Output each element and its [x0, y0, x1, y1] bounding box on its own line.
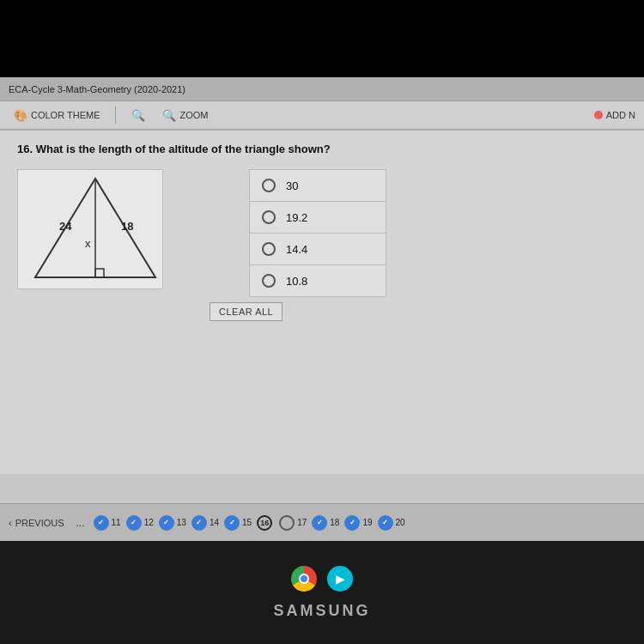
nav-num-11: 11 [112, 518, 121, 527]
toolbar-divider [115, 106, 116, 124]
zoom-label: ZOOM [179, 110, 208, 120]
nav-circle-20: ✓ [378, 515, 393, 531]
taskbar-icons: ▶ [291, 566, 353, 592]
answer-value-d: 10.8 [286, 275, 307, 288]
answer-choices: 30 19.2 14.4 10.8 [249, 169, 386, 297]
nav-num-15: 15 [242, 518, 252, 527]
nav-item-20[interactable]: ✓ 20 [378, 515, 405, 531]
answer-row-c[interactable]: 14.4 [249, 233, 386, 264]
radio-c[interactable] [262, 242, 276, 256]
add-label: ADD N [606, 110, 635, 120]
nav-num-12: 12 [144, 518, 154, 527]
ellipsis: ... [76, 517, 85, 529]
triangle-svg: 24 18 x [18, 170, 164, 290]
toolbar-right: ADD N [594, 110, 635, 120]
nav-item-11[interactable]: ✓ 11 [94, 515, 121, 531]
answers-container: 30 19.2 14.4 10.8 CLEAR ALL [197, 169, 386, 321]
nav-num-19: 19 [362, 518, 372, 527]
nav-num-18: 18 [330, 518, 339, 527]
svg-text:24: 24 [59, 220, 72, 233]
nav-circle-12: ✓ [126, 515, 142, 531]
triangle-diagram: 24 18 x [17, 169, 163, 289]
nav-circle-17 [279, 515, 295, 531]
bottom-nav: ‹ PREVIOUS ... ✓ 11 ✓ 12 ✓ 13 ✓ 14 ✓ 15 [0, 503, 644, 541]
radio-d[interactable] [262, 274, 276, 288]
question-text: 16. What is the length of the altitude o… [17, 143, 627, 155]
nav-circle-15: ✓ [224, 515, 240, 531]
nav-circle-14: ✓ [191, 515, 207, 531]
nav-item-15[interactable]: ✓ 15 [224, 515, 252, 531]
nav-item-16[interactable]: 16 [257, 515, 274, 531]
radio-b[interactable] [262, 210, 276, 224]
nav-circle-13: ✓ [159, 515, 174, 531]
clear-all-button[interactable]: CLEAR ALL [210, 302, 283, 321]
title-bar-text: ECA-Cycle 3-Math-Geometry (2020-2021) [9, 84, 185, 94]
black-bottom: ▶ SAMSUNG [0, 541, 644, 644]
previous-label: PREVIOUS [15, 518, 64, 528]
nav-circle-11: ✓ [94, 515, 109, 531]
toolbar-left: 🎨 COLOR THEME 🔍 🔍 ZOOM [9, 106, 594, 124]
samsung-logo: SAMSUNG [273, 602, 370, 620]
nav-num-20: 20 [396, 518, 405, 527]
nav-num-13: 13 [177, 518, 186, 527]
nav-circle-16: 16 [257, 515, 272, 531]
answer-row-b[interactable]: 19.2 [249, 201, 386, 233]
svg-text:x: x [85, 237, 91, 250]
nav-item-19[interactable]: ✓ 19 [344, 515, 372, 531]
chevron-left-icon: ‹ [9, 518, 12, 528]
nav-item-14[interactable]: ✓ 14 [191, 515, 219, 531]
nav-item-17[interactable]: 17 [279, 515, 307, 531]
answer-value-a: 30 [286, 179, 298, 192]
nav-circle-18: ✓ [312, 515, 327, 531]
answer-value-c: 14.4 [286, 243, 307, 256]
zoom-out-button[interactable]: 🔍 [126, 107, 150, 124]
zoom-out-icon: 🔍 [131, 109, 145, 122]
status-dot [594, 111, 603, 119]
zoom-in-icon: 🔍 [162, 109, 176, 122]
color-theme-button[interactable]: 🎨 COLOR THEME [9, 107, 105, 124]
nav-item-13[interactable]: ✓ 13 [159, 515, 186, 531]
nav-num-14: 14 [210, 518, 219, 527]
question-body: 24 18 x 30 19.2 [17, 169, 627, 321]
zoom-in-button[interactable]: 🔍 ZOOM [157, 107, 213, 124]
title-bar: ECA-Cycle 3-Math-Geometry (2020-2021) [0, 77, 644, 101]
video-icon[interactable]: ▶ [327, 566, 353, 592]
palette-icon: 🎨 [14, 109, 27, 122]
answer-row-a[interactable]: 30 [249, 169, 386, 201]
nav-item-12[interactable]: ✓ 12 [126, 515, 154, 531]
radio-a[interactable] [262, 179, 276, 192]
content-area: 16. What is the length of the altitude o… [0, 131, 644, 474]
color-theme-label: COLOR THEME [31, 110, 100, 120]
nav-circle-19: ✓ [344, 515, 360, 531]
answer-row-d[interactable]: 10.8 [249, 264, 386, 297]
chrome-icon[interactable] [291, 566, 317, 592]
video-symbol: ▶ [336, 572, 345, 586]
answer-value-b: 19.2 [286, 211, 307, 224]
nav-item-18[interactable]: ✓ 18 [312, 515, 339, 531]
svg-text:18: 18 [121, 220, 133, 233]
previous-button[interactable]: ‹ PREVIOUS [9, 518, 64, 528]
svg-rect-2 [95, 269, 104, 277]
chrome-center [299, 574, 309, 584]
toolbar: 🎨 COLOR THEME 🔍 🔍 ZOOM ADD N [0, 101, 644, 131]
nav-num-17: 17 [297, 518, 307, 527]
